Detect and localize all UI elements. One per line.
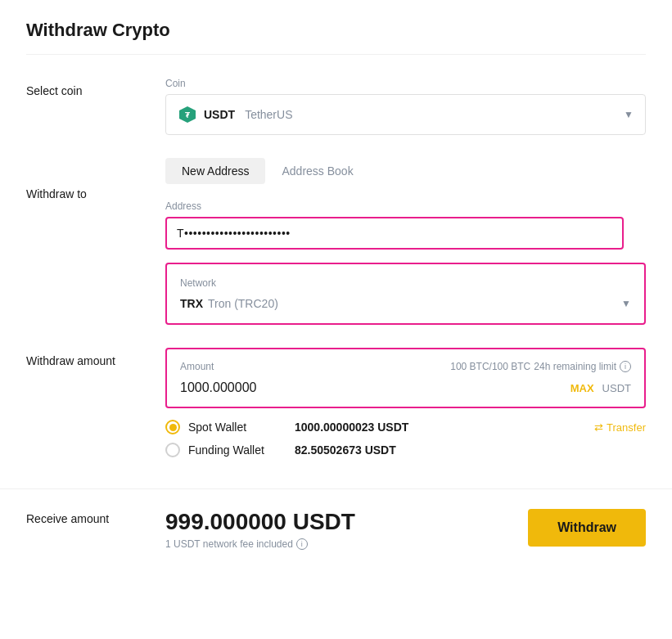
network-dropdown[interactable]: TRX Tron (TRC20) ▼ [180,297,631,310]
withdraw-amount-row: Withdraw amount Amount 100 BTC/100 BTC 2… [26,348,646,466]
svg-text:₮: ₮ [185,111,191,119]
withdraw-to-row: Withdraw to New Address Address Book Add… [26,158,646,325]
amount-input-row: 1000.000000 MAX USDT [180,380,631,395]
limit-info: 100 BTC/100 BTC 24h remaining limit i [450,361,631,372]
withdraw-button[interactable]: Withdraw [528,509,646,547]
select-coin-label: Select coin [26,78,165,97]
fee-note: 1 USDT network fee included i [165,538,528,550]
page-container: Withdraw Crypto Select coin Coin ₮ USDT … [0,0,672,639]
spot-wallet-radio[interactable] [165,420,180,434]
amount-box: Amount 100 BTC/100 BTC 24h remaining lim… [165,348,646,408]
limit-total: 100 BTC [492,361,530,372]
network-select-left: TRX Tron (TRC20) [180,297,278,310]
address-tab-group: New Address Address Book [165,158,646,184]
tab-address-book[interactable]: Address Book [265,158,369,184]
spot-wallet-balance: 1000.00000023 USDT [295,421,586,434]
address-input-wrapper[interactable] [165,217,624,250]
network-field-label: Network [180,277,631,289]
coin-select-left: ₮ USDT TetherUS [178,105,292,124]
funding-wallet-balance: 82.50502673 USDT [295,443,646,457]
limit-value: 100 BTC/100 BTC [450,361,530,372]
limit-label: 24h remaining limit [534,361,616,372]
coin-symbol: USDT [204,108,235,121]
coin-chevron-icon: ▼ [624,109,634,120]
tab-new-address[interactable]: New Address [165,158,265,184]
amount-value[interactable]: 1000.000000 [180,380,256,395]
coin-field-label: Coin [165,78,646,89]
amount-actions: MAX USDT [571,382,631,394]
max-button[interactable]: MAX [571,382,594,394]
withdraw-amount-content: Amount 100 BTC/100 BTC 24h remaining lim… [165,348,646,466]
funding-wallet-option[interactable]: Funding Wallet 82.50502673 USDT [165,443,646,457]
amount-currency: USDT [602,382,631,394]
withdraw-amount-label: Withdraw amount [26,348,165,367]
usdt-icon: ₮ [178,105,197,124]
address-section: Address [165,200,646,250]
transfer-icon: ⇄ [594,421,603,434]
network-full-name: Tron (TRC20) [208,297,278,310]
wallet-options: Spot Wallet 1000.00000023 USDT ⇄ Transfe… [165,420,646,457]
funding-wallet-label: Funding Wallet [188,443,286,457]
withdraw-to-label: Withdraw to [26,158,165,200]
withdraw-btn-container: Withdraw [528,502,646,547]
network-box: Network TRX Tron (TRC20) ▼ [165,263,646,325]
transfer-label: Transfer [607,421,646,434]
amount-box-header: Amount 100 BTC/100 BTC 24h remaining lim… [180,361,631,372]
select-coin-content: Coin ₮ USDT TetherUS ▼ [165,78,646,135]
receive-amount-value: 999.000000 USDT [165,509,528,535]
spot-transfer-button[interactable]: ⇄ Transfer [594,421,646,434]
withdraw-to-content: New Address Address Book Address Network… [165,158,646,325]
coin-dropdown[interactable]: ₮ USDT TetherUS ▼ [165,94,646,135]
address-input[interactable] [177,227,612,240]
radio-inner-spot [169,424,177,431]
page-title: Withdraw Crypto [26,20,646,55]
receive-amount-row: Receive amount 999.000000 USDT 1 USDT ne… [26,489,646,550]
address-field-label: Address [165,200,646,212]
funding-wallet-radio[interactable] [165,443,180,457]
receive-amount-label: Receive amount [26,502,165,525]
receive-amount-content: 999.000000 USDT 1 USDT network fee inclu… [165,502,528,550]
network-chevron-icon: ▼ [621,298,631,309]
network-symbol: TRX [180,297,203,310]
fee-note-text: 1 USDT network fee included [165,538,293,550]
spot-wallet-label: Spot Wallet [188,421,286,434]
select-coin-row: Select coin Coin ₮ USDT TetherUS ▼ [26,78,646,135]
amount-field-label: Amount [180,361,214,372]
coin-full-name: TetherUS [245,108,292,121]
limit-current: 100 BTC [450,361,489,372]
fee-info-icon[interactable]: i [296,538,308,550]
limit-info-icon[interactable]: i [620,361,631,372]
spot-wallet-option[interactable]: Spot Wallet 1000.00000023 USDT ⇄ Transfe… [165,420,646,434]
